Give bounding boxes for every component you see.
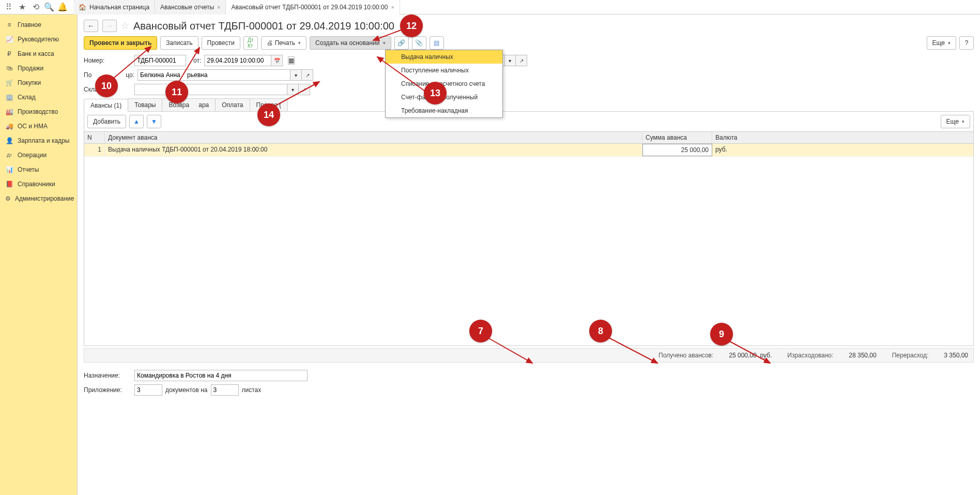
- table-row[interactable]: 1 Выдача наличных ТДБП-000001 от 20.04.2…: [84, 144, 973, 157]
- dropdown-button[interactable]: ▾: [504, 55, 516, 66]
- advances-grid: N Документ аванса Сумма аванса Валюта 1 …: [84, 131, 973, 346]
- pages-count-input[interactable]: [211, 384, 239, 396]
- gear-icon: ⚙: [5, 195, 11, 202]
- tab-home[interactable]: 🏠 Начальная страница: [73, 0, 155, 14]
- caret-down-icon: ▾: [383, 40, 386, 46]
- person-input[interactable]: [137, 69, 290, 81]
- sidebar-item-assets[interactable]: 🚚ОС и НМА: [0, 119, 77, 133]
- apps-icon[interactable]: ⠿: [2, 1, 16, 14]
- docs-count-input[interactable]: [134, 384, 162, 396]
- title-row: ← → ☆ Авансовый отчет ТДБП-000001 от 29.…: [84, 20, 974, 32]
- date-input[interactable]: [204, 55, 271, 66]
- cell-cur: руб.: [712, 144, 973, 156]
- post-close-button[interactable]: Провести и закрыть: [84, 36, 157, 50]
- tab-goods[interactable]: Товары: [128, 98, 162, 111]
- caret-down-icon: ▾: [948, 40, 951, 46]
- docs-label: документов на: [165, 386, 208, 394]
- col-doc: Документ аванса: [105, 132, 642, 143]
- row-number: Номер: от: 📅 ▦ ▾ ↗: [84, 55, 974, 66]
- badge-14: 14: [257, 103, 280, 126]
- sidebar-item-bank[interactable]: ₽Банк и касса: [0, 47, 77, 61]
- sidebar-item-sales[interactable]: 🛍Продажи: [0, 61, 77, 76]
- home-icon: 🏠: [79, 4, 86, 11]
- sidebar-item-manager[interactable]: 📈Руководителю: [0, 32, 77, 47]
- bottom-fields: Назначение: Приложение: документов на ли…: [84, 370, 974, 396]
- dropdown-button[interactable]: ▾: [287, 84, 299, 95]
- forward-button[interactable]: →: [102, 20, 117, 32]
- sidebar-item-label: Руководителю: [18, 36, 59, 43]
- add-button[interactable]: Добавить: [87, 115, 126, 128]
- sidebar-item-main[interactable]: ≡Главное: [0, 18, 77, 32]
- document-icon: ▤: [434, 39, 439, 47]
- close-icon[interactable]: ×: [217, 4, 220, 10]
- sidebar-item-label: Операции: [18, 152, 47, 159]
- move-down-button[interactable]: ▼: [147, 115, 161, 128]
- calendar-button[interactable]: 📅: [271, 55, 283, 66]
- open-button[interactable]: ↗: [302, 69, 313, 81]
- favorite-star-icon[interactable]: ☆: [121, 20, 129, 32]
- col-sum: Сумма аванса: [642, 132, 712, 143]
- create-based-button[interactable]: Создать на основании▾: [310, 36, 391, 50]
- sidebar-item-label: Банк и касса: [18, 50, 54, 57]
- star-icon[interactable]: ★: [16, 1, 29, 14]
- sidebar-item-label: Справочники: [18, 181, 55, 188]
- menu-item-cash-in[interactable]: Поступление наличных: [386, 64, 502, 77]
- bag-icon: 🛍: [5, 65, 13, 72]
- save-button[interactable]: Записать: [160, 36, 198, 50]
- sidebar-item-label: Продажи: [18, 65, 43, 72]
- cell-sum[interactable]: 25 000,00: [642, 144, 712, 156]
- tab-advances[interactable]: Авансы (1): [84, 99, 128, 112]
- back-button[interactable]: ←: [84, 20, 98, 32]
- open-button[interactable]: ↗: [516, 55, 527, 66]
- sidebar-item-warehouse[interactable]: 🏢Склад: [0, 90, 77, 104]
- bell-icon[interactable]: 🔔: [56, 1, 69, 14]
- related-button[interactable]: 🔗: [394, 36, 409, 50]
- close-icon[interactable]: ×: [391, 4, 394, 10]
- print-button[interactable]: 🖨Печать▾: [261, 36, 307, 50]
- stamp-button[interactable]: ▦: [288, 56, 295, 65]
- sidebar-item-purchases[interactable]: 🛒Покупки: [0, 76, 77, 90]
- row-attachment: Приложение: документов на листах: [84, 384, 974, 396]
- from-label: от:: [193, 57, 201, 64]
- post-button[interactable]: Провести: [202, 36, 240, 50]
- attach-button[interactable]: 📎: [412, 36, 426, 50]
- chart-icon: 📈: [5, 36, 13, 43]
- badge-13: 13: [424, 82, 447, 104]
- sidebar-item-admin[interactable]: ⚙Администрирование: [0, 191, 77, 206]
- open-button[interactable]: ↗: [299, 84, 310, 95]
- menu-item-cash-out[interactable]: Выдача наличных: [386, 50, 502, 64]
- purpose-input[interactable]: [134, 370, 308, 381]
- move-up-button[interactable]: ▲: [129, 115, 144, 128]
- caret-down-icon: ▾: [298, 40, 301, 46]
- badge-8: 8: [589, 320, 612, 342]
- tab-payment[interactable]: Оплата: [215, 98, 250, 111]
- sidebar-item-label: Администрирование: [15, 195, 74, 202]
- sidebar-item-production[interactable]: 🏭Производство: [0, 104, 77, 119]
- sidebar-item-refs[interactable]: 📕Справочники: [0, 177, 77, 191]
- more-button[interactable]: Еще▾: [927, 36, 956, 50]
- tab-current[interactable]: Авансовый отчет ТДБП-000001 от 29.04.201…: [226, 0, 400, 14]
- grid-body[interactable]: 1 Выдача наличных ТДБП-000001 от 20.04.2…: [84, 144, 973, 346]
- help-button[interactable]: ?: [959, 36, 974, 50]
- received-label: Получено авансов:: [659, 352, 713, 359]
- sheet-button[interactable]: ▤: [430, 36, 444, 50]
- tab-reports[interactable]: Авансовые отчеты ×: [155, 0, 226, 14]
- dtkt-button[interactable]: ДтКт: [243, 36, 258, 50]
- sidebar-item-label: ОС и НМА: [18, 123, 48, 130]
- doc-tab-bar: Авансы (1) Товары Возвраxxxара Оплата Пр…: [84, 98, 974, 112]
- printer-icon: 🖨: [267, 39, 273, 47]
- search-icon[interactable]: 🔍: [42, 1, 56, 14]
- sidebar-item-reports[interactable]: 📊Отчеты: [0, 162, 77, 177]
- over-label: Перерасход:: [892, 352, 929, 359]
- spent-label: Израсходовано:: [787, 352, 833, 359]
- menu-item-requisition[interactable]: Требование-накладная: [386, 104, 502, 117]
- menu-icon: ≡: [5, 21, 13, 28]
- sidebar-item-payroll[interactable]: 👤Зарплата и кадры: [0, 133, 77, 148]
- dropdown-button[interactable]: ▾: [290, 69, 302, 81]
- warehouse-input[interactable]: [134, 84, 287, 95]
- row-warehouse: Склад: ▾ ↗: [84, 84, 974, 95]
- more-button[interactable]: Еще▾: [941, 115, 970, 128]
- sidebar-item-operations[interactable]: ДтОперации: [0, 148, 77, 162]
- history-icon[interactable]: ⟲: [29, 1, 42, 14]
- number-input[interactable]: [134, 55, 186, 66]
